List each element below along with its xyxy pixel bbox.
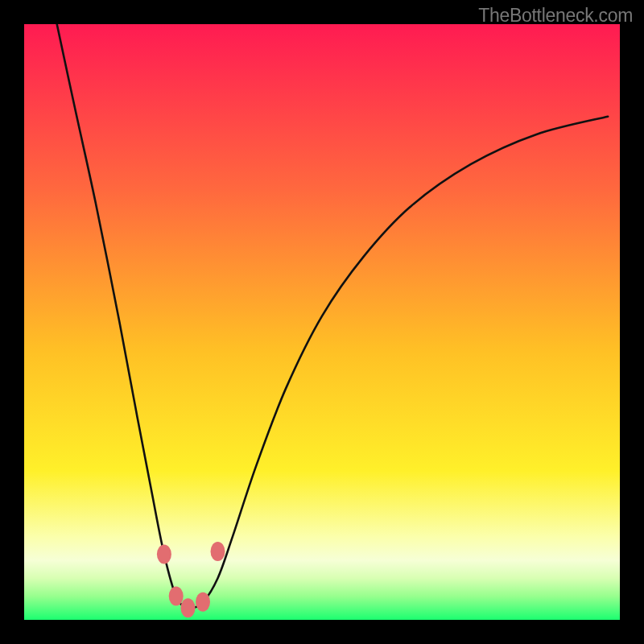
- chart-svg: [24, 24, 620, 620]
- marker-group: [157, 542, 225, 617]
- curve-marker: [169, 586, 184, 605]
- curve-marker: [181, 598, 196, 617]
- curve-marker: [157, 545, 171, 564]
- curve-marker: [196, 592, 210, 612]
- chart-frame: [24, 24, 620, 620]
- curve-marker: [211, 542, 225, 561]
- bottleneck-curve: [57, 24, 609, 608]
- watermark-text: TheBottleneck.com: [478, 5, 633, 27]
